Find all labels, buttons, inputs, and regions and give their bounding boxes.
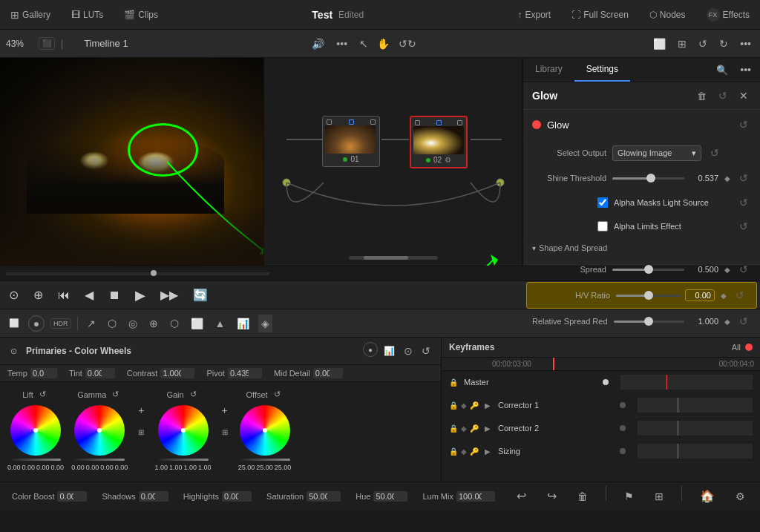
shape-spread-header[interactable]: ▾ Shape And Spread xyxy=(523,238,760,257)
gain-wheel[interactable] xyxy=(158,405,209,456)
kf-s-diamond-icon[interactable]: ◆ xyxy=(461,447,467,456)
lift-reset-btn[interactable]: ↺ xyxy=(36,387,49,402)
gain-reset-btn[interactable]: ↺ xyxy=(187,387,200,402)
kf-c1-key-icon[interactable]: 🔑 xyxy=(470,401,479,410)
alpha-masks-checkbox[interactable] xyxy=(597,197,608,208)
add-node-btn2[interactable]: + xyxy=(219,401,231,419)
tint-input[interactable] xyxy=(85,368,115,378)
offset-brightness-slider[interactable] xyxy=(240,459,290,461)
scrub-handle[interactable] xyxy=(151,270,157,276)
shine-threshold-keyframe-diamond[interactable]: ◆ xyxy=(724,174,730,183)
reset-alpha-masks-btn[interactable]: ↺ xyxy=(736,194,751,211)
luts-button[interactable]: 🎞 LUTs xyxy=(67,7,108,23)
node1-mask-port[interactable] xyxy=(349,119,354,125)
rel-spread-red-slider[interactable] xyxy=(614,321,684,323)
lift-brightness-slider[interactable] xyxy=(10,459,61,461)
marks-button[interactable]: ⊕ xyxy=(30,285,46,305)
tab-settings[interactable]: Settings xyxy=(574,58,630,82)
search-icon-btn[interactable]: 🔍 xyxy=(713,62,731,79)
audio-button[interactable]: 🔊 xyxy=(309,35,327,53)
nav-forward-btn[interactable]: ↪ xyxy=(544,486,560,506)
spread-slider[interactable] xyxy=(612,269,684,271)
nav-flag-btn[interactable]: ⚑ xyxy=(621,486,637,506)
tab-library[interactable]: Library xyxy=(523,58,574,82)
node1-input-port[interactable] xyxy=(327,119,332,125)
kf-corrector2-track[interactable] xyxy=(638,421,753,436)
kf-corrector1-track[interactable] xyxy=(638,398,753,413)
nav-delete-btn[interactable]: 🗑 xyxy=(574,486,591,506)
hv-ratio-keyframe-diamond[interactable]: ◆ xyxy=(721,292,727,300)
viewer-button[interactable]: ⬜ xyxy=(650,35,669,53)
color-boost-input[interactable] xyxy=(57,491,87,502)
effects-button[interactable]: FX Effects xyxy=(702,5,754,24)
key-tool[interactable]: ⬡ xyxy=(167,315,182,332)
more-button[interactable]: ••• xyxy=(333,35,350,53)
highlight-tool[interactable]: ◈ xyxy=(258,315,272,332)
shine-threshold-slider[interactable] xyxy=(612,177,684,180)
kf-s-lock-icon[interactable]: 🔒 xyxy=(449,447,458,456)
lift-wheel[interactable] xyxy=(10,405,61,456)
reset-glow-btn[interactable]: ↺ xyxy=(736,116,751,134)
color-scope-btn[interactable]: ⊙ xyxy=(7,344,20,359)
nodes-button[interactable]: ⬡ Nodes xyxy=(645,7,690,23)
nav-clip-btn[interactable]: ⊞ xyxy=(652,486,666,506)
hue-input[interactable] xyxy=(373,491,407,502)
node-2[interactable]: 02 ⚙ xyxy=(410,116,468,168)
kf-c1-diamond-icon[interactable]: ◆ xyxy=(461,401,467,410)
node-1[interactable]: 01 xyxy=(322,116,380,167)
stop-button[interactable]: ⏹ xyxy=(105,286,123,305)
kf-c2-expand-icon[interactable]: ▶ xyxy=(485,424,491,433)
add-node-btn[interactable]: + xyxy=(135,401,147,419)
fullscreen-button[interactable]: ⛶ Full Screen xyxy=(567,7,633,23)
gallery-button[interactable]: ⊞ Gallery xyxy=(6,6,55,24)
hand-tool[interactable]: ✋ xyxy=(374,35,393,53)
kf-sizing-track[interactable] xyxy=(638,444,753,459)
skip-prev-button[interactable]: ⊙ xyxy=(6,285,22,305)
nav-back-btn[interactable]: ↩ xyxy=(514,486,529,506)
middetail-input[interactable] xyxy=(313,368,343,378)
hdr-button[interactable]: HDR xyxy=(50,318,71,329)
mask-tool[interactable]: ▲ xyxy=(212,315,229,332)
select-tool[interactable]: ↖ xyxy=(356,35,371,53)
close-panel-btn[interactable]: ✕ xyxy=(736,87,751,105)
export-button[interactable]: ↑ Export xyxy=(513,7,555,23)
node1-output-port[interactable] xyxy=(370,119,376,125)
blade-tool[interactable]: ↺↻ xyxy=(396,35,419,53)
clips-button[interactable]: 🎬 Clips xyxy=(119,7,163,23)
glow-enabled-dot[interactable] xyxy=(532,120,541,129)
nav-home-btn[interactable]: 🏠 xyxy=(697,486,718,506)
node-adjust-btn[interactable]: ⊞ xyxy=(135,425,147,439)
delete-effect-btn[interactable]: 🗑 xyxy=(694,87,710,105)
reset-output-btn[interactable]: ↺ xyxy=(707,144,722,162)
step-back-button[interactable]: ◀ xyxy=(82,285,96,305)
nav-settings-btn[interactable]: ⚙ xyxy=(733,486,748,506)
node-adjust-btn2[interactable]: ⊞ xyxy=(219,425,231,439)
kf-c2-key-icon[interactable]: 🔑 xyxy=(470,424,479,433)
circle-tool[interactable]: ● xyxy=(28,315,45,332)
offset-wheel[interactable] xyxy=(240,405,290,456)
node2-mask-port[interactable] xyxy=(436,120,442,125)
video-scrub-track[interactable] xyxy=(6,272,269,275)
select-output-dropdown[interactable]: Glowing Image ▾ xyxy=(612,145,701,161)
reset-effect-btn[interactable]: ↺ xyxy=(715,87,730,105)
color-bars-btn[interactable]: 📊 xyxy=(381,342,398,360)
kf-master-track[interactable] xyxy=(620,375,753,390)
gamma-wheel[interactable] xyxy=(74,405,125,456)
gamma-brightness-slider[interactable] xyxy=(74,459,125,461)
kf-c1-lock-icon[interactable]: 🔒 xyxy=(449,401,458,410)
lummix-input[interactable] xyxy=(456,491,495,502)
temp-input[interactable] xyxy=(30,368,57,378)
source-button[interactable]: ⬜ xyxy=(6,315,22,331)
layout-button[interactable]: ⊞ xyxy=(675,35,689,53)
gain-brightness-slider[interactable] xyxy=(158,459,209,461)
kf-s-key-icon[interactable]: 🔑 xyxy=(470,447,479,456)
reset-alpha-limits-btn[interactable]: ↺ xyxy=(736,217,751,235)
hv-ratio-slider[interactable] xyxy=(616,295,681,297)
3d-tool[interactable]: 📊 xyxy=(234,315,252,332)
reset-rel-spread-red-btn[interactable]: ↺ xyxy=(736,312,751,330)
options-button[interactable]: ••• xyxy=(737,35,754,53)
reset-shine-btn[interactable]: ↺ xyxy=(736,169,751,187)
blur-tool[interactable]: ⊕ xyxy=(146,315,161,332)
saturation-input[interactable] xyxy=(307,491,341,502)
node2-output-port[interactable] xyxy=(457,120,462,125)
